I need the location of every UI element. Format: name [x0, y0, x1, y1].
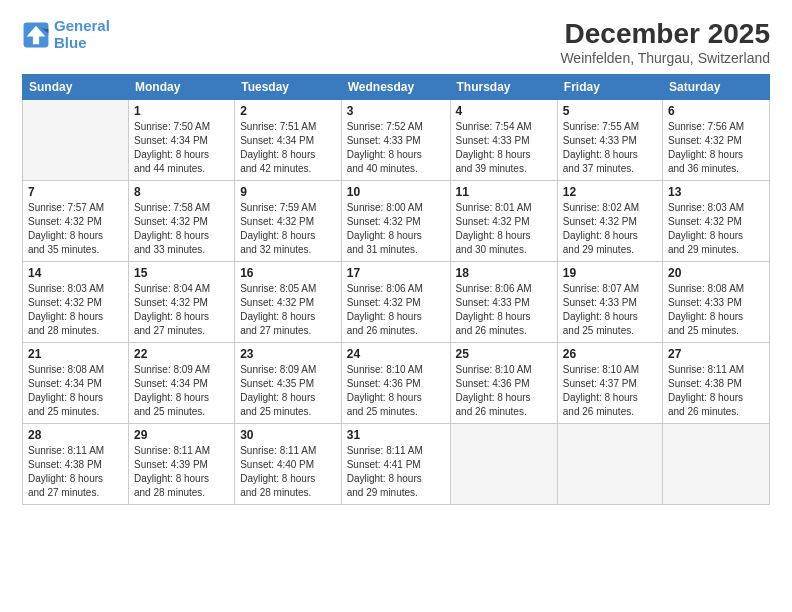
day-info: Sunrise: 8:09 AM Sunset: 4:34 PM Dayligh… [134, 363, 229, 419]
day-number: 23 [240, 347, 336, 361]
day-number: 26 [563, 347, 657, 361]
calendar-cell: 3Sunrise: 7:52 AM Sunset: 4:33 PM Daylig… [341, 100, 450, 181]
logo-line1: General [54, 17, 110, 34]
calendar-header-thursday: Thursday [450, 75, 557, 100]
day-number: 3 [347, 104, 445, 118]
day-number: 31 [347, 428, 445, 442]
day-info: Sunrise: 8:05 AM Sunset: 4:32 PM Dayligh… [240, 282, 336, 338]
day-info: Sunrise: 7:57 AM Sunset: 4:32 PM Dayligh… [28, 201, 123, 257]
day-number: 5 [563, 104, 657, 118]
calendar-week-2: 7Sunrise: 7:57 AM Sunset: 4:32 PM Daylig… [23, 181, 770, 262]
day-info: Sunrise: 8:10 AM Sunset: 4:36 PM Dayligh… [347, 363, 445, 419]
day-number: 8 [134, 185, 229, 199]
calendar-header-wednesday: Wednesday [341, 75, 450, 100]
day-info: Sunrise: 8:11 AM Sunset: 4:38 PM Dayligh… [28, 444, 123, 500]
calendar-cell: 19Sunrise: 8:07 AM Sunset: 4:33 PM Dayli… [557, 262, 662, 343]
logo-text: General Blue [54, 18, 110, 51]
day-number: 2 [240, 104, 336, 118]
calendar-cell [23, 100, 129, 181]
calendar-header-saturday: Saturday [662, 75, 769, 100]
day-info: Sunrise: 8:01 AM Sunset: 4:32 PM Dayligh… [456, 201, 552, 257]
calendar-cell: 11Sunrise: 8:01 AM Sunset: 4:32 PM Dayli… [450, 181, 557, 262]
day-info: Sunrise: 8:06 AM Sunset: 4:32 PM Dayligh… [347, 282, 445, 338]
day-number: 22 [134, 347, 229, 361]
day-number: 6 [668, 104, 764, 118]
header: General Blue December 2025 Weinfelden, T… [22, 18, 770, 66]
calendar-week-4: 21Sunrise: 8:08 AM Sunset: 4:34 PM Dayli… [23, 343, 770, 424]
day-number: 19 [563, 266, 657, 280]
day-info: Sunrise: 8:00 AM Sunset: 4:32 PM Dayligh… [347, 201, 445, 257]
logo-line2: Blue [54, 34, 87, 51]
day-info: Sunrise: 8:11 AM Sunset: 4:38 PM Dayligh… [668, 363, 764, 419]
calendar-header-friday: Friday [557, 75, 662, 100]
calendar-cell: 14Sunrise: 8:03 AM Sunset: 4:32 PM Dayli… [23, 262, 129, 343]
day-info: Sunrise: 7:55 AM Sunset: 4:33 PM Dayligh… [563, 120, 657, 176]
calendar-cell: 5Sunrise: 7:55 AM Sunset: 4:33 PM Daylig… [557, 100, 662, 181]
day-info: Sunrise: 8:08 AM Sunset: 4:33 PM Dayligh… [668, 282, 764, 338]
calendar-cell: 9Sunrise: 7:59 AM Sunset: 4:32 PM Daylig… [235, 181, 342, 262]
day-info: Sunrise: 7:52 AM Sunset: 4:33 PM Dayligh… [347, 120, 445, 176]
day-number: 12 [563, 185, 657, 199]
calendar-cell: 26Sunrise: 8:10 AM Sunset: 4:37 PM Dayli… [557, 343, 662, 424]
day-number: 29 [134, 428, 229, 442]
day-info: Sunrise: 7:54 AM Sunset: 4:33 PM Dayligh… [456, 120, 552, 176]
day-info: Sunrise: 8:11 AM Sunset: 4:40 PM Dayligh… [240, 444, 336, 500]
calendar-header-sunday: Sunday [23, 75, 129, 100]
day-number: 28 [28, 428, 123, 442]
calendar-cell: 6Sunrise: 7:56 AM Sunset: 4:32 PM Daylig… [662, 100, 769, 181]
day-number: 18 [456, 266, 552, 280]
calendar-cell: 30Sunrise: 8:11 AM Sunset: 4:40 PM Dayli… [235, 424, 342, 505]
day-number: 17 [347, 266, 445, 280]
calendar-cell [450, 424, 557, 505]
day-info: Sunrise: 8:07 AM Sunset: 4:33 PM Dayligh… [563, 282, 657, 338]
day-number: 10 [347, 185, 445, 199]
calendar-cell: 24Sunrise: 8:10 AM Sunset: 4:36 PM Dayli… [341, 343, 450, 424]
calendar-cell: 31Sunrise: 8:11 AM Sunset: 4:41 PM Dayli… [341, 424, 450, 505]
calendar-cell: 18Sunrise: 8:06 AM Sunset: 4:33 PM Dayli… [450, 262, 557, 343]
day-info: Sunrise: 7:50 AM Sunset: 4:34 PM Dayligh… [134, 120, 229, 176]
calendar-cell: 12Sunrise: 8:02 AM Sunset: 4:32 PM Dayli… [557, 181, 662, 262]
day-number: 7 [28, 185, 123, 199]
day-number: 9 [240, 185, 336, 199]
calendar-cell: 1Sunrise: 7:50 AM Sunset: 4:34 PM Daylig… [128, 100, 234, 181]
day-info: Sunrise: 7:56 AM Sunset: 4:32 PM Dayligh… [668, 120, 764, 176]
calendar-cell: 10Sunrise: 8:00 AM Sunset: 4:32 PM Dayli… [341, 181, 450, 262]
day-info: Sunrise: 8:09 AM Sunset: 4:35 PM Dayligh… [240, 363, 336, 419]
calendar-week-3: 14Sunrise: 8:03 AM Sunset: 4:32 PM Dayli… [23, 262, 770, 343]
day-info: Sunrise: 8:08 AM Sunset: 4:34 PM Dayligh… [28, 363, 123, 419]
calendar: SundayMondayTuesdayWednesdayThursdayFrid… [22, 74, 770, 505]
calendar-cell: 15Sunrise: 8:04 AM Sunset: 4:32 PM Dayli… [128, 262, 234, 343]
calendar-cell: 17Sunrise: 8:06 AM Sunset: 4:32 PM Dayli… [341, 262, 450, 343]
main-title: December 2025 [560, 18, 770, 50]
day-number: 20 [668, 266, 764, 280]
calendar-cell: 16Sunrise: 8:05 AM Sunset: 4:32 PM Dayli… [235, 262, 342, 343]
day-info: Sunrise: 7:59 AM Sunset: 4:32 PM Dayligh… [240, 201, 336, 257]
calendar-cell: 8Sunrise: 7:58 AM Sunset: 4:32 PM Daylig… [128, 181, 234, 262]
calendar-cell: 21Sunrise: 8:08 AM Sunset: 4:34 PM Dayli… [23, 343, 129, 424]
day-info: Sunrise: 8:11 AM Sunset: 4:39 PM Dayligh… [134, 444, 229, 500]
calendar-cell: 13Sunrise: 8:03 AM Sunset: 4:32 PM Dayli… [662, 181, 769, 262]
logo-icon [22, 21, 50, 49]
calendar-cell: 29Sunrise: 8:11 AM Sunset: 4:39 PM Dayli… [128, 424, 234, 505]
calendar-header-monday: Monday [128, 75, 234, 100]
logo: General Blue [22, 18, 110, 51]
day-number: 1 [134, 104, 229, 118]
calendar-cell [557, 424, 662, 505]
calendar-cell: 28Sunrise: 8:11 AM Sunset: 4:38 PM Dayli… [23, 424, 129, 505]
day-info: Sunrise: 7:51 AM Sunset: 4:34 PM Dayligh… [240, 120, 336, 176]
day-info: Sunrise: 7:58 AM Sunset: 4:32 PM Dayligh… [134, 201, 229, 257]
day-number: 16 [240, 266, 336, 280]
day-info: Sunrise: 8:03 AM Sunset: 4:32 PM Dayligh… [668, 201, 764, 257]
day-number: 21 [28, 347, 123, 361]
calendar-cell: 22Sunrise: 8:09 AM Sunset: 4:34 PM Dayli… [128, 343, 234, 424]
day-info: Sunrise: 8:11 AM Sunset: 4:41 PM Dayligh… [347, 444, 445, 500]
day-number: 11 [456, 185, 552, 199]
calendar-cell: 2Sunrise: 7:51 AM Sunset: 4:34 PM Daylig… [235, 100, 342, 181]
calendar-week-5: 28Sunrise: 8:11 AM Sunset: 4:38 PM Dayli… [23, 424, 770, 505]
day-number: 27 [668, 347, 764, 361]
day-info: Sunrise: 8:06 AM Sunset: 4:33 PM Dayligh… [456, 282, 552, 338]
title-section: December 2025 Weinfelden, Thurgau, Switz… [560, 18, 770, 66]
calendar-cell: 20Sunrise: 8:08 AM Sunset: 4:33 PM Dayli… [662, 262, 769, 343]
calendar-cell: 27Sunrise: 8:11 AM Sunset: 4:38 PM Dayli… [662, 343, 769, 424]
day-info: Sunrise: 8:10 AM Sunset: 4:36 PM Dayligh… [456, 363, 552, 419]
